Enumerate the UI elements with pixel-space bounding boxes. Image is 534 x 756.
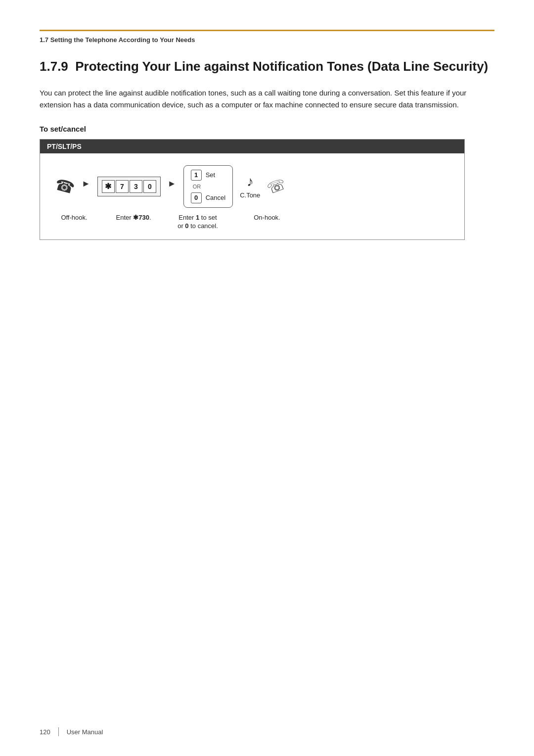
step-keysequence: ✱ 7 3 0 — [97, 177, 161, 196]
step-onhook: ☏ — [267, 178, 286, 195]
option-cancel-label: Cancel — [206, 194, 225, 201]
step-ctone: ♪ C.Tone — [240, 174, 260, 199]
option-set-label: Set — [206, 171, 216, 179]
ctone-label: C.Tone — [240, 191, 260, 199]
diagram-area: ☎ ► ✱ 7 3 0 ► — [55, 165, 286, 230]
step-option: 1 Set OR 0 Cancel — [183, 165, 233, 208]
caption-enter: Enter ✱730. — [106, 213, 161, 221]
description-text: You can protect the line against audible… — [40, 87, 475, 111]
option-key-1: 1 — [191, 170, 202, 181]
breadcrumb: 1.7 Setting the Telephone According to Y… — [40, 36, 195, 44]
captions-row: Off-hook. Enter ✱730. Enter 1 to setor 0… — [55, 213, 286, 230]
instruction-box: PT/SLT/PS ☎ ► ✱ 7 — [40, 139, 465, 240]
ctone-icon: ♪ — [247, 174, 254, 189]
option-cancel-row: 0 Cancel — [191, 192, 225, 203]
offhook-icon: ☎ — [53, 175, 77, 198]
key-sequence-box: ✱ 7 3 0 — [97, 177, 161, 196]
sub-heading: To set/cancel — [40, 125, 494, 133]
box-header: PT/SLT/PS — [40, 140, 464, 153]
top-bar: 1.7 Setting the Telephone According to Y… — [40, 30, 494, 44]
footer-label: User Manual — [67, 728, 103, 736]
caption-onhook: On-hook. — [250, 213, 284, 221]
caption-offhook: Off-hook. — [57, 213, 91, 221]
arrow-1: ► — [82, 179, 90, 189]
option-box: 1 Set OR 0 Cancel — [183, 165, 233, 208]
page-footer: 120 User Manual — [40, 727, 103, 736]
section-title: 1.7.9 Protecting Your Line against Notif… — [40, 58, 494, 75]
box-body: ☎ ► ✱ 7 3 0 ► — [40, 153, 464, 239]
key-0: 0 — [143, 180, 156, 193]
main-steps-row: ☎ ► ✱ 7 3 0 ► — [55, 165, 286, 208]
key-star: ✱ — [102, 180, 115, 193]
footer-divider — [58, 727, 59, 736]
caption-option: Enter 1 to setor 0 to cancel. — [176, 213, 220, 230]
onhook-icon: ☏ — [265, 175, 288, 198]
page-number: 120 — [40, 728, 50, 736]
or-divider: OR — [191, 184, 225, 189]
key-7: 7 — [116, 180, 129, 193]
key-3: 3 — [130, 180, 142, 193]
option-set-row: 1 Set — [191, 170, 225, 181]
option-key-0: 0 — [191, 192, 202, 203]
arrow-2: ► — [168, 179, 177, 189]
step-offhook: ☎ — [55, 177, 75, 196]
